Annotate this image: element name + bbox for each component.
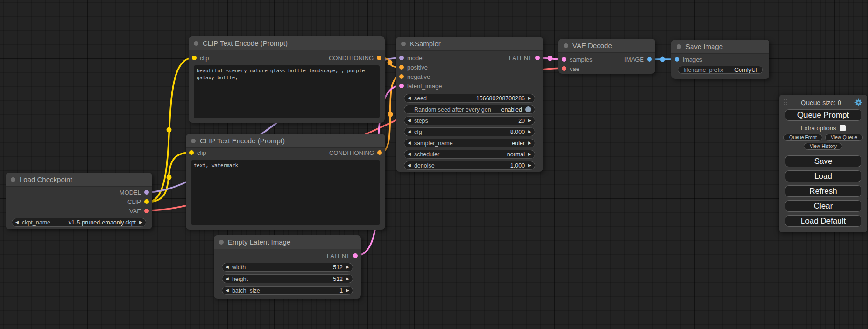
increment-arrow-icon[interactable]: ▶ [528, 163, 531, 168]
prompt-textarea[interactable]: text, watermark [191, 160, 380, 225]
input-label: positive [407, 64, 428, 71]
collapse-dot-icon[interactable] [677, 44, 681, 49]
decrement-arrow-icon[interactable]: ◀ [408, 119, 411, 123]
output-label: MODEL [120, 189, 141, 196]
clear-button[interactable]: Clear [785, 200, 861, 212]
node-titlebar[interactable]: Empty Latent Image [214, 235, 361, 249]
decrement-arrow-icon[interactable]: ◀ [226, 277, 229, 281]
save-button[interactable]: Save [785, 155, 861, 167]
output-slot-latent[interactable] [353, 253, 358, 258]
decrement-arrow-icon[interactable]: ◀ [226, 265, 229, 269]
decrement-arrow-icon[interactable]: ◀ [408, 96, 411, 100]
collapse-dot-icon[interactable] [564, 43, 568, 48]
load-default-button[interactable]: Load Default [785, 215, 861, 227]
output-slot-model[interactable] [144, 190, 149, 195]
input-label: clip [200, 55, 209, 62]
node-titlebar[interactable]: CLIP Text Encode (Prompt) [189, 36, 385, 50]
input-slot-latent-image[interactable] [399, 84, 404, 88]
increment-arrow-icon[interactable]: ▶ [346, 288, 349, 293]
input-slot-model[interactable] [399, 56, 404, 60]
decrement-arrow-icon[interactable]: ◀ [408, 130, 411, 134]
output-label: CONDITIONING [329, 55, 374, 62]
increment-arrow-icon[interactable]: ▶ [528, 96, 531, 100]
node-clip-text-encode-negative[interactable]: CLIP Text Encode (Prompt) clip CONDITION… [186, 134, 385, 230]
next-arrow-icon[interactable]: ▶ [528, 141, 531, 145]
collapse-dot-icon[interactable] [401, 42, 406, 46]
output-slot-latent[interactable] [535, 56, 540, 60]
collapse-dot-icon[interactable] [194, 41, 198, 46]
load-button[interactable]: Load [785, 170, 861, 182]
node-ksampler[interactable]: KSampler model LATENT positive negative … [396, 37, 543, 172]
output-slot-clip[interactable] [144, 199, 149, 204]
widget-sampler-name[interactable]: ◀ sampler_name euler ▶ [404, 139, 535, 147]
input-slot-clip[interactable] [192, 56, 197, 60]
decrement-arrow-icon[interactable]: ◀ [226, 288, 229, 293]
input-slot-samples[interactable] [562, 57, 566, 62]
settings-gear-icon[interactable] [854, 98, 862, 106]
queue-front-button[interactable]: Queue Front [783, 134, 822, 141]
widget-filename-prefix[interactable]: filename_prefix ComfyUI [678, 66, 763, 74]
increment-arrow-icon[interactable]: ▶ [528, 119, 531, 123]
widget-denoise[interactable]: ◀ denoise 1.000 ▶ [404, 161, 535, 170]
node-title: Load Checkpoint [20, 175, 72, 183]
input-label: negative [407, 73, 430, 80]
toggle-knob-icon[interactable] [525, 106, 531, 112]
widget-width[interactable]: ◀ width 512 ▶ [222, 263, 353, 272]
next-arrow-icon[interactable]: ▶ [528, 152, 531, 156]
node-empty-latent-image[interactable]: Empty Latent Image LATENT ◀ width 512 ▶ … [214, 235, 361, 299]
node-clip-text-encode-positive[interactable]: CLIP Text Encode (Prompt) clip CONDITION… [189, 36, 385, 123]
widget-seed[interactable]: ◀ seed 156680208700286 ▶ [404, 94, 535, 103]
node-titlebar[interactable]: Load Checkpoint [6, 173, 152, 187]
input-slot-vae[interactable] [562, 66, 566, 71]
widget-value: v1-5-pruned-emaonly.ckpt [69, 219, 136, 226]
input-slot-positive[interactable] [399, 65, 404, 70]
output-slot-conditioning[interactable] [377, 150, 382, 155]
input-slot-negative[interactable] [399, 74, 404, 79]
widget-label: denoise [414, 162, 435, 169]
output-slot-vae[interactable] [144, 209, 149, 213]
prompt-textarea[interactable]: beautiful scenery nature glass bottle la… [194, 65, 380, 118]
prev-arrow-icon[interactable]: ◀ [408, 152, 411, 156]
increment-arrow-icon[interactable]: ▶ [346, 265, 349, 269]
widget-batch-size[interactable]: ◀ batch_size 1 ▶ [222, 286, 353, 295]
widget-steps[interactable]: ◀ steps 20 ▶ [404, 116, 535, 125]
prev-arrow-icon[interactable]: ◀ [408, 141, 411, 145]
node-titlebar[interactable]: VAE Decode [558, 39, 655, 53]
node-load-checkpoint[interactable]: Load Checkpoint MODEL CLIP VAE ◀ ckpt_na… [6, 173, 152, 229]
node-title: CLIP Text Encode (Prompt) [200, 137, 285, 145]
next-arrow-icon[interactable]: ▶ [139, 220, 142, 224]
widget-ckpt-name[interactable]: ◀ ckpt_name v1-5-pruned-emaonly.ckpt ▶ [12, 218, 146, 227]
view-history-button[interactable]: View History [804, 143, 842, 150]
extra-options-label: Extra options [801, 125, 836, 132]
decrement-arrow-icon[interactable]: ◀ [408, 163, 411, 168]
widget-random-seed-toggle[interactable]: Random seed after every gen enabled [404, 105, 535, 114]
input-slot-images[interactable] [675, 57, 679, 62]
widget-value: 512 [333, 276, 343, 282]
prev-arrow-icon[interactable]: ◀ [15, 220, 19, 224]
collapse-dot-icon[interactable] [219, 240, 224, 245]
widget-cfg[interactable]: ◀ cfg 8.000 ▶ [404, 127, 535, 136]
extra-options-checkbox[interactable] [840, 125, 846, 131]
node-vae-decode[interactable]: VAE Decode samples IMAGE vae [558, 39, 655, 74]
drag-handle-icon[interactable] [784, 99, 788, 105]
widget-height[interactable]: ◀ height 512 ▶ [222, 274, 353, 283]
node-title: VAE Decode [572, 42, 612, 49]
node-titlebar[interactable]: CLIP Text Encode (Prompt) [186, 134, 385, 148]
increment-arrow-icon[interactable]: ▶ [528, 130, 531, 134]
output-slot-image[interactable] [647, 57, 652, 62]
input-slot-clip[interactable] [189, 150, 194, 155]
node-save-image[interactable]: Save Image images filename_prefix ComfyU… [671, 40, 769, 79]
widget-label: width [232, 264, 246, 271]
widget-label: filename_prefix [684, 67, 723, 73]
collapse-dot-icon[interactable] [191, 139, 196, 143]
queue-prompt-button[interactable]: Queue Prompt [785, 109, 861, 121]
collapse-dot-icon[interactable] [11, 177, 15, 182]
output-slot-conditioning[interactable] [377, 56, 381, 60]
node-titlebar[interactable]: KSampler [396, 37, 543, 51]
increment-arrow-icon[interactable]: ▶ [346, 277, 349, 281]
view-queue-button[interactable]: View Queue [825, 134, 863, 141]
refresh-button[interactable]: Refresh [785, 185, 861, 197]
node-titlebar[interactable]: Save Image [671, 40, 769, 54]
output-label: VAE [129, 208, 141, 215]
widget-scheduler[interactable]: ◀ scheduler normal ▶ [404, 150, 535, 159]
